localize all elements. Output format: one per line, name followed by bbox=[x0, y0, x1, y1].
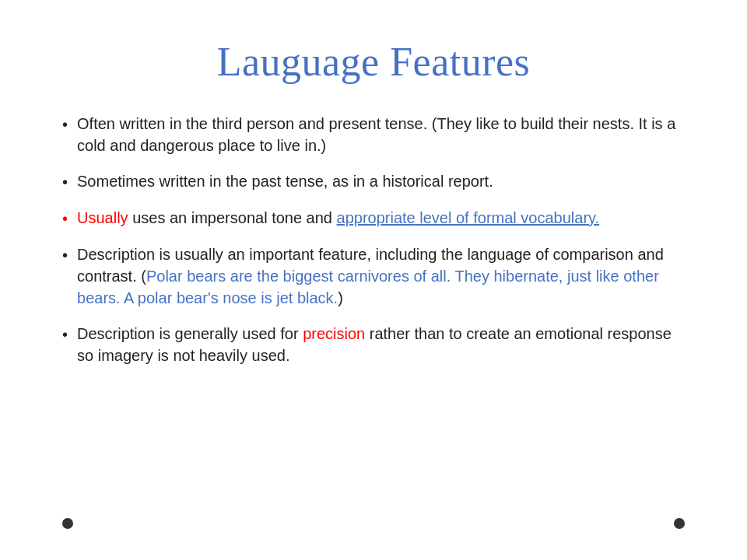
bottom-bullet-left bbox=[62, 518, 73, 529]
bullet-icon: • bbox=[62, 244, 68, 266]
bottom-decoration bbox=[62, 510, 685, 529]
list-item: • Description is generally used for prec… bbox=[62, 323, 685, 366]
bullet-text-5: Description is generally used for precis… bbox=[77, 323, 685, 366]
bullet-text-4: Description is usually an important feat… bbox=[77, 243, 685, 309]
appropriate-text: appropriate bbox=[337, 209, 416, 226]
bullet-text-3: Usually uses an impersonal tone and appr… bbox=[77, 207, 685, 229]
precision-text: precision bbox=[303, 325, 365, 342]
bullet-text-1: Often written in the third person and pr… bbox=[77, 113, 685, 156]
bullet-icon: • bbox=[62, 171, 68, 193]
list-item: • Description is usually an important fe… bbox=[62, 243, 685, 309]
bullet-text-2: Sometimes written in the past tense, as … bbox=[77, 170, 685, 192]
bullet-list: • Often written in the third person and … bbox=[62, 113, 685, 366]
slide-title: Lauguage Features bbox=[62, 39, 685, 85]
usually-text: Usually bbox=[77, 209, 128, 226]
formal-vocab-text: level of formal vocabulary. bbox=[416, 209, 599, 226]
polar-bears-text: Polar bears are the biggest carnivores o… bbox=[77, 268, 659, 306]
list-item: • Usually uses an impersonal tone and ap… bbox=[62, 207, 685, 229]
content-area: • Often written in the third person and … bbox=[62, 113, 685, 510]
list-item: • Sometimes written in the past tense, a… bbox=[62, 170, 685, 193]
bottom-bullet-right bbox=[674, 518, 685, 529]
title-area: Lauguage Features bbox=[62, 39, 685, 85]
bullet-icon: • bbox=[62, 114, 68, 135]
bullet-icon: • bbox=[62, 324, 68, 345]
list-item: • Often written in the third person and … bbox=[62, 113, 685, 156]
bullet-icon-red: • bbox=[62, 208, 68, 229]
slide: Lauguage Features • Often written in the… bbox=[0, 0, 747, 560]
